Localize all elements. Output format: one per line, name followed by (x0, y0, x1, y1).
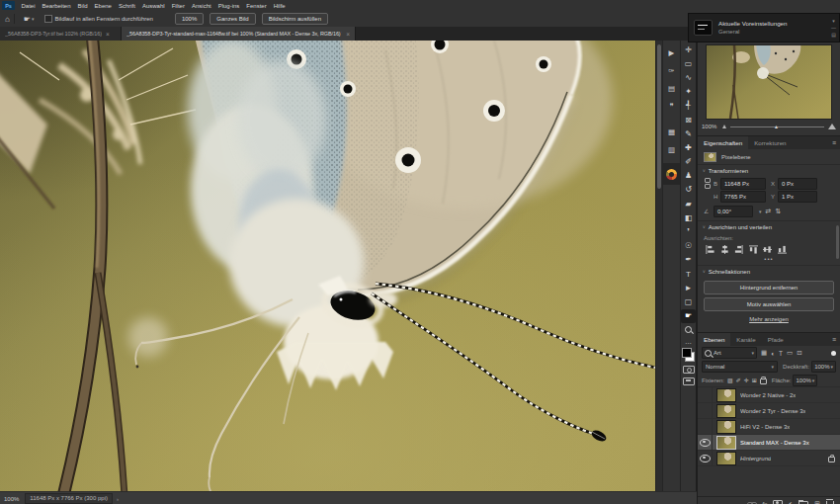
brush-tool[interactable]: ✐ (681, 155, 696, 169)
width-field[interactable]: 11648 Px (720, 178, 766, 190)
filter-adjustment-layers-icon[interactable]: ◐ (771, 350, 775, 357)
screen-mode-button[interactable] (683, 378, 695, 385)
dodge-tool[interactable]: ☉ (681, 239, 696, 253)
layer-thumbnail[interactable] (716, 388, 736, 402)
layer-filter-combo[interactable]: Art ▾ (702, 347, 757, 359)
panel-menu-icon[interactable]: ≡ (832, 136, 840, 149)
frame-tool[interactable]: ⊠ (681, 113, 696, 126)
fit-screen-button[interactable]: Ganzes Bild (210, 13, 255, 25)
shape-tool[interactable]: ▢ (681, 294, 696, 308)
status-zoom-field[interactable]: 100% (4, 496, 19, 502)
lock-all-icon[interactable] (760, 378, 767, 384)
flip-horizontal-icon[interactable]: ⇄ (766, 208, 772, 215)
tab-korrekturen[interactable]: Korrekturen (748, 136, 792, 149)
show-more-link[interactable]: Mehr anzeigen (698, 316, 840, 322)
menu-ansicht[interactable]: Ansicht (188, 3, 214, 9)
rotation-field[interactable]: 0,00° (714, 206, 753, 217)
eyedropper-tool[interactable]: ✎ (681, 126, 696, 140)
new-layer-icon[interactable]: ⊞ (814, 500, 820, 504)
visibility-toggle[interactable] (698, 419, 713, 434)
layer-thumbnail[interactable] (716, 452, 736, 465)
zoom-tool[interactable] (681, 323, 696, 337)
histogram-panel-icon[interactable]: ▥ (664, 141, 680, 157)
tab-ebenen[interactable]: Ebenen (698, 333, 730, 346)
opacity-field[interactable]: 100% ▾ (811, 361, 836, 373)
document-tab-active[interactable]: _56A8358-DP3-Tyr-standard-max-11648w.tif… (122, 27, 356, 41)
y-field[interactable]: 1 Px (778, 191, 817, 203)
tab-eigenschaften[interactable]: Eigenschaften (698, 136, 748, 149)
fill-screen-button[interactable]: Bildschirm ausfüllen (262, 13, 328, 25)
layer-style-icon[interactable]: fx (762, 501, 767, 504)
canvas[interactable] (0, 41, 655, 491)
visibility-toggle[interactable] (698, 403, 713, 418)
gradient-tool[interactable]: ◧ (681, 210, 696, 224)
actions-panel-icon[interactable]: ▶ (664, 44, 680, 60)
tourbox-minimize-icon[interactable]: — (831, 25, 836, 32)
close-icon[interactable]: × (106, 31, 110, 38)
add-mask-icon[interactable] (773, 500, 783, 504)
menu-bearbeiten[interactable]: Bearbeiten (39, 3, 74, 9)
brush-settings-panel-icon[interactable]: ✑ (664, 62, 680, 78)
visibility-toggle[interactable] (698, 435, 713, 450)
tourbox-collapse-icon[interactable]: ▾ (832, 18, 835, 25)
comments-panel-icon[interactable]: ❞ (664, 98, 680, 114)
blur-tool[interactable]: ❜ (681, 224, 696, 238)
transform-section-header[interactable]: ˅ Transformieren (698, 165, 840, 177)
type-tool[interactable]: T (681, 267, 696, 281)
edit-toolbar-button[interactable]: … (681, 337, 696, 346)
menu-bild[interactable]: Bild (74, 3, 91, 9)
navigator-zoom-value[interactable]: 100% (702, 124, 716, 129)
x-field[interactable]: 0 Px (778, 178, 817, 190)
object-selection-tool[interactable]: ✦ (681, 85, 696, 99)
menu-ebene[interactable]: Ebene (91, 3, 115, 9)
layer-thumbnail[interactable] (716, 420, 736, 434)
close-icon[interactable]: × (346, 31, 350, 38)
menu-plugins[interactable]: Plug-ins (214, 3, 243, 9)
layer-row-background[interactable]: Hintergrund (698, 451, 840, 466)
remove-background-button[interactable]: Hintergrund entfernen (704, 281, 834, 294)
menu-datei[interactable]: Datei (18, 3, 39, 9)
zoom-in-icon[interactable] (828, 124, 836, 129)
filter-smart-objects-icon[interactable]: ⊡ (797, 349, 801, 357)
color-swatches[interactable] (682, 348, 695, 362)
crop-tool[interactable]: ╃ (681, 99, 696, 113)
layer-row[interactable]: HiFi V2 - Dense 3x (698, 419, 840, 435)
rectangular-marquee-tool[interactable]: ▭ (681, 56, 696, 70)
layer-row[interactable]: Wonder 2 Tyr - Dense 3x (698, 403, 840, 419)
height-field[interactable]: 7765 Px (720, 191, 766, 203)
select-subject-button[interactable]: Motiv auswählen (704, 297, 834, 311)
align-right-icon[interactable] (734, 245, 743, 254)
lock-transparency-icon[interactable]: ▨ (727, 377, 733, 383)
filter-pixel-layers-icon[interactable]: ▦ (761, 349, 767, 357)
align-center-h-icon[interactable] (720, 245, 729, 254)
align-left-icon[interactable] (706, 245, 714, 254)
filter-type-layers-icon[interactable]: T (779, 350, 783, 357)
lock-artboard-icon[interactable]: ⊞ (752, 377, 757, 383)
align-section-header[interactable]: ˅ Ausrichten und verteilen (698, 220, 840, 233)
foreground-color-swatch[interactable] (682, 348, 692, 358)
layer-filter-toggle[interactable] (831, 351, 836, 356)
menu-hilfe[interactable]: Hilfe (270, 3, 289, 9)
eraser-tool[interactable]: ▰ (681, 197, 696, 210)
document-tab-inactive[interactable]: _56A8358-DP3-Tyr.tif bei 102% (RGB/16) × (0, 27, 122, 41)
info-panel-icon[interactable]: ▦ (664, 124, 680, 139)
hand-tool-icon[interactable]: ☛ (24, 15, 31, 24)
flip-vertical-icon[interactable]: ⇅ (775, 208, 781, 215)
quick-actions-header[interactable]: ˅ Schnellaktionen (698, 265, 840, 278)
clone-stamp-tool[interactable]: ♟ (681, 169, 696, 183)
adjustment-layer-icon[interactable]: ◐ (789, 500, 793, 504)
spot-healing-tool[interactable]: ✚ (681, 140, 696, 154)
menu-filter[interactable]: Filter (168, 3, 188, 9)
plugin-panel-button[interactable] (663, 163, 681, 185)
zoom-out-icon[interactable] (722, 125, 726, 128)
chevron-down-icon[interactable]: ▾ (32, 16, 35, 22)
menu-schrift[interactable]: Schrift (115, 3, 138, 9)
tab-kanaele[interactable]: Kanäle (730, 333, 761, 346)
filter-shape-layers-icon[interactable]: ▭ (787, 349, 793, 357)
visibility-toggle[interactable] (698, 387, 713, 402)
quick-mask-button[interactable] (683, 366, 695, 374)
slider-thumb[interactable]: ▲ (774, 124, 779, 129)
hand-tool[interactable]: ☛ (681, 309, 696, 323)
zoom-100-button[interactable]: 100% (175, 13, 204, 25)
menu-fenster[interactable]: Fenster (243, 3, 270, 9)
